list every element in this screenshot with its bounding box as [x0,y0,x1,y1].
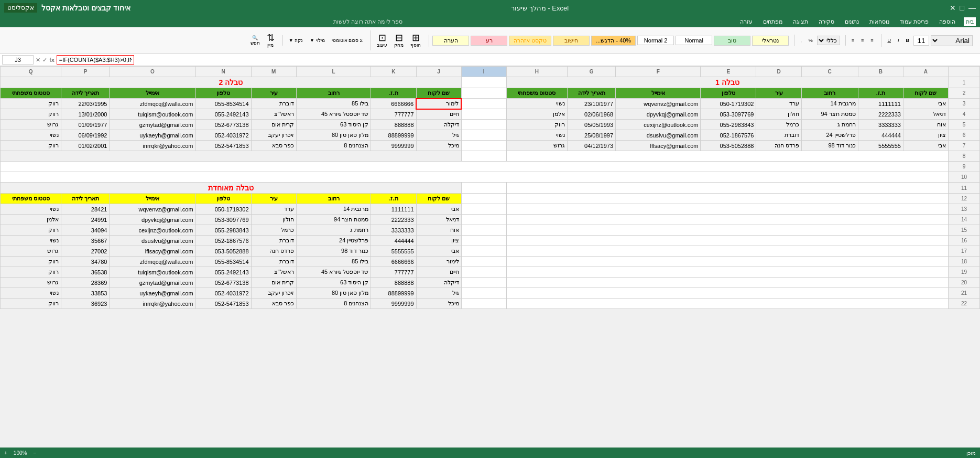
t1-r4-rechov[interactable]: פרלשטיין 24 [801,130,858,141]
t1-r5-bdate[interactable]: 04/12/1973 [568,141,616,151]
t2-r5-phone[interactable]: 052-5471853 [195,141,251,151]
col-D[interactable]: D [756,67,801,77]
menu-item-data[interactable]: נתונים [843,17,861,26]
t1-r1-phone[interactable]: 050-1719302 [701,99,756,109]
t1-r2-name[interactable]: דניאל [903,109,948,120]
t1-r3-bdate[interactable]: 05/05/1993 [568,120,616,130]
number-format-select[interactable]: כללי [817,36,840,45]
t1-r4-name[interactable]: ציון [903,130,948,141]
cell-reference-input[interactable] [2,55,34,65]
spreadsheet-grid[interactable]: A B C D E F G H I J K L M N O P Q 1 טבלה… [0,66,980,309]
t2-r4-rechov[interactable]: מלון סאן טון 80 [296,130,371,141]
t2-r5-name[interactable]: מיכל [416,141,461,151]
t1-r2-rechov[interactable]: סמטת חצר 94 [801,109,858,120]
t1-r4-email[interactable]: dsuslvu@gmail.com [616,130,701,141]
t1-r5-phone[interactable]: 053-5052888 [701,141,756,151]
menu-item-review[interactable]: סקירה [816,17,836,26]
title-bar-controls[interactable]: —□✕ [950,4,976,12]
autosum-button[interactable]: Σ סכום אוטומטי [329,36,366,45]
t1-r3-tz[interactable]: 3333333 [858,120,903,130]
t1-r2-email[interactable]: dpyvkqj@gmail.com [616,109,701,120]
style-ra[interactable]: רע [471,36,507,46]
col-F[interactable]: F [616,67,701,77]
t2-r1-status[interactable]: רווק [1,99,61,109]
t1-r1-bdate[interactable]: 23/10/1977 [568,99,616,109]
t1-r3-name[interactable]: אוח [903,120,948,130]
t2-r4-phone[interactable]: 052-4031972 [195,130,251,141]
t2-r2-status[interactable]: רווק [1,109,61,120]
underline-button[interactable]: U [885,36,894,45]
t1-r2-tz[interactable]: 2222333 [858,109,903,120]
t1-r1-status[interactable]: נשוי [506,99,567,109]
t2-r3-rechov[interactable]: קן היסוד 63 [296,120,371,130]
formula-input[interactable] [57,55,134,65]
t1-r3-email[interactable]: cexijnz@outlook.com [616,120,701,130]
comma-button[interactable]: , [798,36,804,45]
t1-r5-tz[interactable]: 5555555 [858,141,903,151]
t2-r1-bdate[interactable]: 22/03/1995 [61,99,110,109]
insert-function-icon[interactable]: fx [49,57,55,63]
t1-r4-tz[interactable]: 444444 [858,130,903,141]
col-I[interactable]: I [461,67,506,77]
search-box[interactable]: ספר לי מה אתה רוצה לעשות [4,18,732,25]
t1-r1-email[interactable]: wqvenvz@gmail.com [616,99,701,109]
col-N[interactable]: N [195,67,251,77]
t2-r5-ir[interactable]: כפר סבא [251,141,296,151]
t1-r1-rechov[interactable]: מרגבית 14 [801,99,858,109]
t2-r4-name[interactable]: גיל [416,130,461,141]
confirm-formula-icon[interactable]: ✓ [42,57,47,63]
clear-button[interactable]: נקה ▼ [286,36,306,45]
style-normal[interactable]: Normal [676,36,712,45]
t1-r2-phone[interactable]: 053-3097769 [701,109,756,120]
col-B[interactable]: B [858,67,903,77]
t2-r2-tz[interactable]: 777777 [371,109,416,120]
t2-r4-email[interactable]: uykaeyh@gmail.com [110,130,195,141]
font-name-select[interactable]: Arial [931,35,973,46]
col-A[interactable]: A [903,67,948,77]
t2-r3-phone[interactable]: 052-6773138 [195,120,251,130]
t2-r1-ir[interactable]: דוברת [251,99,296,109]
t2-r2-rechov[interactable]: שד יוספטל גיורא 45 [296,109,371,120]
t2-r3-name[interactable]: דיקלה [416,120,461,130]
italic-button[interactable]: I [895,36,902,45]
col-E[interactable]: E [701,67,756,77]
align-center-button[interactable]: ≡ [858,36,866,45]
t1-r5-ir[interactable]: פרדס חנה [756,141,801,151]
t2-r2-email[interactable]: tuiqism@outlook.com [110,109,195,120]
t2-r3-email[interactable]: gzmytad@gmail.com [110,120,195,130]
align-left-button[interactable]: ≡ [849,36,857,45]
t2-r1-tz[interactable]: 6666666 [371,99,416,109]
style-neutral[interactable]: נטראלי [752,36,789,46]
t2-r5-tz[interactable]: 9999999 [371,141,416,151]
col-Q[interactable]: Q [1,67,61,77]
t1-r2-bdate[interactable]: 02/06/1968 [568,109,616,120]
t2-r4-status[interactable]: נשוי [1,130,61,141]
col-P[interactable]: P [61,67,110,77]
format-cell-button[interactable]: ⊡ עיצוב [374,31,390,49]
t1-r4-bdate[interactable]: 25/08/1997 [568,130,616,141]
t1-r4-phone[interactable]: 052-1867576 [701,130,756,141]
style-text[interactable]: טקסט אזהרה [509,36,551,46]
t1-r1-name[interactable]: אבי [903,99,948,109]
t1-r1-ir[interactable]: ערד [756,99,801,109]
sort-filter-button[interactable]: ⇅ מיין [264,31,277,49]
t1-r4-ir[interactable]: דוברת [756,130,801,141]
menu-item-home[interactable]: בית [964,17,976,26]
t1-r3-status[interactable]: רווק [506,120,567,130]
t2-r4-bdate[interactable]: 06/09/1992 [61,130,110,141]
menu-item-layout[interactable]: פריסת עמוד [898,17,931,26]
t1-r3-ir[interactable]: כרמל [756,120,801,130]
delete-cell-button[interactable]: ⊟ מחק [391,31,406,49]
t1-r3-rechov[interactable]: רחמת ג [801,120,858,130]
t1-r4-status[interactable]: נשוי [506,130,567,141]
fill-button[interactable]: מילוי ▼ [307,36,327,45]
insert-cell-button[interactable]: ⊞ הוסף [408,31,423,49]
style-hatara[interactable]: הערה [432,36,469,46]
find-button[interactable]: 🔍 חפש [248,34,263,47]
t1-r2-ir[interactable]: חולון [756,109,801,120]
style-normal2[interactable]: Normal 2 [637,36,674,45]
t2-r4-tz[interactable]: 88899999 [371,130,416,141]
t2-r2-ir[interactable]: ראשל"צ [251,109,296,120]
t2-r3-ir[interactable]: קרית אום [251,120,296,130]
t2-r5-bdate[interactable]: 01/02/2001 [61,141,110,151]
